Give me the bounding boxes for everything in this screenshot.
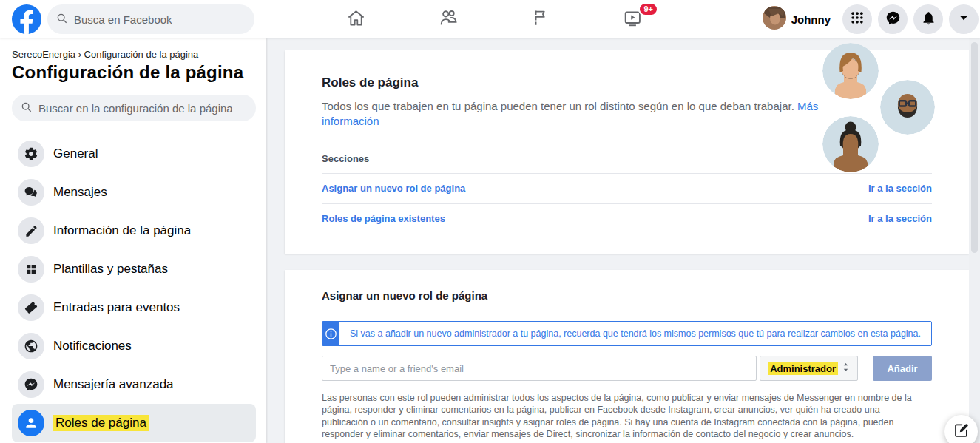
top-navbar: Busca en Facebook 9+ Johnny: [0, 0, 980, 38]
ticket-icon: [18, 294, 44, 321]
existing-roles-section-link[interactable]: Roles de página existentes: [322, 213, 445, 224]
section-row-assign: Asignar un nuevo rol de página Ir a la s…: [322, 173, 932, 203]
notifications-bell-icon: [921, 10, 936, 29]
search-icon: [56, 13, 68, 27]
pages-tab[interactable]: [518, 1, 561, 37]
profile-avatar: [763, 6, 786, 33]
pages-flag-icon: [530, 8, 550, 30]
sidebar-item-general[interactable]: General: [12, 135, 256, 173]
watch-tab[interactable]: 9+: [611, 1, 654, 37]
vertical-scrollbar[interactable]: [969, 38, 980, 443]
add-button[interactable]: Añadir: [873, 356, 932, 381]
sidebar-item-informacion[interactable]: Información de la página: [12, 212, 256, 250]
friends-icon: [438, 7, 459, 31]
settings-menu: General Mensajes Información de la págin…: [12, 135, 256, 442]
settings-search-input[interactable]: Buscar en la configuración de la página: [12, 95, 256, 121]
breadcrumb: SerecoEnergia › Configuración de la pági…: [12, 49, 256, 60]
sidebar-item-notificaciones[interactable]: Notificaciones: [12, 327, 256, 365]
notifications-button[interactable]: [913, 4, 943, 34]
grid-icon: [18, 256, 44, 283]
pencil-icon: [18, 217, 44, 244]
sidebar-item-label: General: [53, 146, 98, 161]
go-to-section-link[interactable]: Ir a la sección: [868, 213, 932, 224]
sections-list: Asignar un nuevo rol de página Ir a la s…: [322, 173, 932, 234]
woman-bob-avatar: [822, 43, 879, 99]
role-permissions-description: Las personas con este rol pueden adminis…: [322, 392, 922, 440]
go-to-section-link[interactable]: Ir a la sección: [868, 183, 932, 194]
assign-role-section-link[interactable]: Asignar un nuevo rol de página: [322, 183, 465, 194]
sidebar-item-label-highlighted: Roles de página: [53, 415, 149, 431]
role-dropdown-value: Administrador: [768, 362, 838, 375]
sidebar-item-label: Entradas para eventos: [53, 300, 180, 315]
friends-tab[interactable]: [427, 1, 470, 37]
compose-icon: [953, 422, 970, 442]
woman-bun-avatar: [822, 116, 879, 172]
sidebar-item-label: Mensajes: [53, 185, 107, 200]
global-search-input[interactable]: Busca en Facebook: [47, 4, 254, 34]
scrollbar-thumb[interactable]: [971, 42, 978, 253]
sidebar-item-mensajes[interactable]: Mensajes: [12, 173, 256, 212]
search-icon: [21, 101, 33, 115]
page-title: Configuración de la página: [12, 62, 256, 83]
gear-icon: [18, 141, 44, 167]
settings-sidebar: SerecoEnergia › Configuración de la pági…: [0, 38, 266, 443]
account-chevron-icon: [957, 11, 970, 27]
globe-icon: [18, 333, 44, 359]
sidebar-item-roles-de-pagina[interactable]: Roles de página: [12, 404, 256, 442]
breadcrumb-page-link[interactable]: SerecoEnergia: [12, 49, 75, 60]
admin-warning-text: Si vas a añadir un nuevo administrador a…: [339, 322, 931, 345]
account-menu-button[interactable]: [949, 4, 979, 34]
person-icon: [18, 410, 44, 436]
page-roles-overview-card: Roles de página Todos los que trabajen e…: [285, 50, 969, 254]
messenger-button[interactable]: [878, 4, 908, 34]
header-right-controls: Johnny: [761, 4, 979, 34]
role-dropdown[interactable]: Administrador: [760, 356, 858, 381]
sidebar-item-entradas[interactable]: Entradas para eventos: [12, 288, 256, 327]
sidebar-item-label: Información de la página: [53, 223, 191, 238]
sidebar-item-label: Notificaciones: [53, 339, 132, 354]
header-center-nav: 9+: [334, 0, 654, 38]
breadcrumb-current-link[interactable]: Configuración de la página: [84, 49, 199, 60]
profile-name: Johnny: [791, 13, 831, 26]
watch-notification-badge: 9+: [638, 2, 658, 16]
roles-description: Todos los que trabajen en tu página pued…: [322, 99, 821, 129]
assign-role-form: Administrador Añadir: [322, 356, 932, 381]
sidebar-item-mensajeria-avanzada[interactable]: Mensajería avanzada: [12, 365, 256, 404]
assign-role-card: Asignar un nuevo rol de página Si vas a …: [285, 270, 969, 443]
chat-bubbles-icon: [18, 179, 44, 206]
facebook-logo-icon[interactable]: [12, 4, 41, 34]
messenger-icon: [885, 10, 901, 29]
apps-menu-button[interactable]: [842, 4, 872, 34]
global-search-placeholder: Busca en Facebook: [74, 13, 172, 26]
bald-man-glasses-avatar: [880, 80, 935, 135]
breadcrumb-separator: ›: [78, 49, 81, 60]
home-tab[interactable]: [334, 1, 377, 37]
settings-search-placeholder: Buscar en la configuración de la página: [38, 102, 233, 115]
main-content: Roles de página Todos los que trabajen e…: [266, 38, 980, 443]
sidebar-item-label: Mensajería avanzada: [53, 377, 174, 392]
assign-role-title: Asignar un nuevo rol de página: [322, 289, 932, 302]
new-message-button[interactable]: [944, 415, 978, 443]
sidebar-item-plantillas[interactable]: Plantillas y pestañas: [12, 250, 256, 288]
home-icon: [346, 8, 366, 31]
sidebar-item-label: Plantillas y pestañas: [53, 262, 168, 277]
section-row-existing: Roles de página existentes Ir a la secci…: [322, 203, 932, 234]
apps-grid-icon: [850, 10, 865, 28]
info-icon: [322, 322, 339, 345]
admin-warning-banner: Si vas a añadir un nuevo administrador a…: [322, 321, 932, 346]
profile-chip[interactable]: Johnny: [761, 4, 837, 34]
sort-arrows-icon: [842, 362, 850, 374]
person-name-input[interactable]: [322, 356, 757, 381]
messenger-icon: [18, 371, 44, 398]
